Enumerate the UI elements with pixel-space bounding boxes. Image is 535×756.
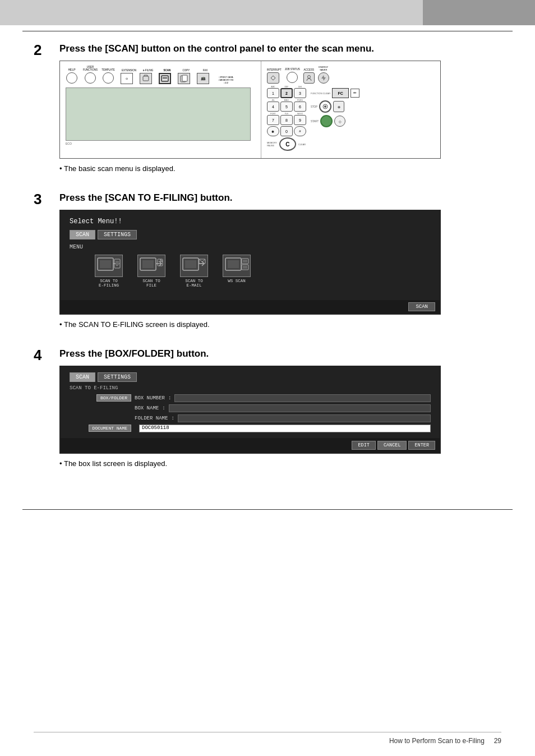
- main-content: 2 Press the [SCAN] button on the control…: [0, 31, 535, 498]
- screen3-scan-button[interactable]: SCAN: [408, 302, 435, 311]
- scan-to-efiling-label: SCAN TOE-FILING: [99, 279, 119, 288]
- step-3-content: Press the [SCAN TO E-FILING] button. Sel…: [59, 192, 501, 334]
- svg-rect-12: [116, 261, 119, 265]
- box-number-field[interactable]: [174, 394, 431, 402]
- step-3-number: 3: [34, 192, 54, 206]
- screen3-menu-label: MENU: [70, 244, 431, 250]
- device-top-labels: HELP USERFUNCTIONS TEMPLATE: [66, 66, 255, 84]
- folder-name-field[interactable]: [178, 414, 431, 422]
- svg-rect-20: [228, 260, 239, 268]
- screen3-tab-scan[interactable]: SCAN: [70, 230, 95, 239]
- step-4-bullet: The box list screen is displayed.: [59, 459, 501, 468]
- step-4-number: 4: [34, 348, 54, 362]
- edit-button[interactable]: EDIT: [352, 441, 375, 450]
- step-2-number: 2: [34, 43, 54, 57]
- scan-to-email-icon-box[interactable]: SCAN TOE-MAIL: [177, 255, 211, 288]
- step-2-bullet: The basic scan menu is displayed.: [59, 164, 501, 173]
- scan-to-file-icon-box[interactable]: SCAN TOFILE: [135, 255, 168, 288]
- document-name-row: DOCUMENT NAME DOC050118: [70, 425, 431, 432]
- document-name-field[interactable]: DOC050118: [139, 425, 431, 432]
- screen-mockup-step4: SCAN SETTINGS SCAN TO E-FILING BOX/FOLDE…: [59, 366, 441, 454]
- step-3-bullet: The SCAN TO E-FILING screen is displayed…: [59, 320, 501, 329]
- screen4-section-label: SCAN TO E-FILING: [70, 385, 431, 391]
- box-folder-button[interactable]: BOX/FOLDER: [96, 394, 131, 402]
- device-right-panel: INTERRUPT JOB STATUS ACCESS: [261, 61, 440, 158]
- scan-to-email-label: SCAN TOE-MAIL: [185, 279, 203, 288]
- scan-to-file-label: SCAN TOFILE: [142, 279, 160, 288]
- ws-scan-icon-box[interactable]: WS SCAN: [220, 255, 253, 288]
- step-3: 3 Press the [SCAN TO E-FILING] button. S…: [34, 192, 501, 334]
- svg-rect-22: [243, 260, 247, 262]
- enter-button[interactable]: ENTER: [408, 441, 435, 450]
- device-left-panel: HELP USERFUNCTIONS TEMPLATE: [60, 61, 261, 158]
- screen3-icons: SCAN TOE-FILING: [92, 255, 431, 288]
- ws-scan-label: WS SCAN: [228, 279, 246, 283]
- document-name-button[interactable]: DOCUMENT NAME: [89, 425, 131, 432]
- step-4: 4 Press the [BOX/FOLDER] button. SCAN SE…: [34, 348, 501, 473]
- svg-rect-2: [163, 77, 167, 79]
- screen4-tab-scan[interactable]: SCAN: [70, 372, 95, 382]
- footer: How to Perform Scan to e-Filing 29: [34, 732, 501, 745]
- box-name-row: BOX NAME :: [70, 404, 431, 412]
- step-2-content: Press the [SCAN] button on the control p…: [59, 43, 501, 178]
- svg-rect-4: [182, 75, 187, 81]
- footer-label: How to Perform Scan to e-Filing: [389, 737, 485, 745]
- ws-scan-icon: [223, 255, 251, 277]
- stop-button: [319, 100, 331, 113]
- screen3-title: Select Menu!!: [70, 218, 431, 225]
- screen4-tab-settings[interactable]: SETTINGS: [98, 372, 137, 382]
- scan-to-file-icon: [137, 255, 165, 277]
- screen3-tabs: SCAN SETTINGS: [70, 230, 431, 239]
- scan-to-email-icon: [180, 255, 208, 277]
- screen3-bottom-bar: SCAN: [61, 300, 440, 314]
- footer-page: 29: [494, 737, 501, 745]
- top-bar-right: [423, 0, 535, 25]
- footer-text: How to Perform Scan to e-Filing 29: [389, 737, 501, 745]
- svg-rect-0: [143, 76, 149, 81]
- cancel-button[interactable]: CANCEL: [377, 441, 407, 450]
- step-4-content: Press the [BOX/FOLDER] button. SCAN SETT…: [59, 348, 501, 473]
- bottom-divider: [22, 509, 513, 510]
- screen3-tab-settings[interactable]: SETTINGS: [98, 230, 137, 239]
- step-2: 2 Press the [SCAN] button on the control…: [34, 43, 501, 178]
- top-bar: [0, 0, 535, 25]
- device-display: [66, 87, 251, 141]
- scan-to-efiling-icon: [95, 255, 123, 277]
- svg-rect-17: [185, 260, 196, 268]
- start-button: [320, 115, 333, 127]
- screen4-action-buttons: EDIT CANCEL ENTER: [61, 438, 440, 453]
- device-image-step2: HELP USERFUNCTIONS TEMPLATE: [59, 61, 441, 159]
- box-name-field[interactable]: [169, 404, 431, 412]
- step-3-title: Press the [SCAN TO E-FILING] button.: [59, 192, 501, 204]
- folder-name-row: FOLDER NAME :: [70, 414, 431, 422]
- scan-to-efiling-icon-box[interactable]: SCAN TOE-FILING: [92, 255, 126, 288]
- svg-rect-24: [243, 266, 247, 269]
- box-number-row: BOX/FOLDER BOX NUMBER :: [70, 394, 431, 402]
- fc-button: FC: [332, 88, 349, 98]
- step-2-title: Press the [SCAN] button on the control p…: [59, 43, 501, 55]
- svg-rect-10: [100, 260, 111, 268]
- screen4-tabs: SCAN SETTINGS: [70, 372, 431, 382]
- svg-point-5: [307, 76, 310, 79]
- svg-point-7: [324, 105, 326, 108]
- svg-rect-14: [142, 260, 154, 268]
- svg-point-8: [324, 119, 329, 123]
- screen-mockup-step3: Select Menu!! SCAN SETTINGS MENU: [59, 210, 441, 315]
- step-4-title: Press the [BOX/FOLDER] button.: [59, 348, 501, 360]
